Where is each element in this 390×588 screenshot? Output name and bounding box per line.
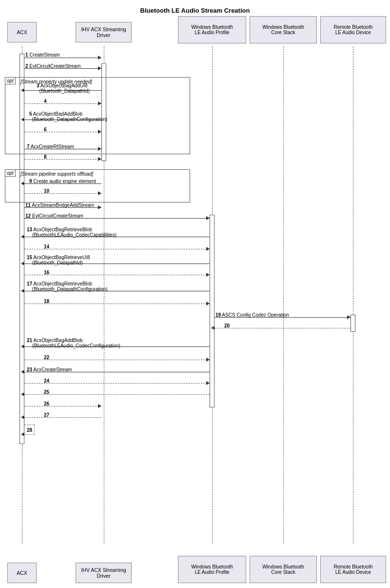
msg1-label: 1 CreateStream	[25, 52, 60, 58]
msg25-label: 25	[44, 389, 49, 395]
msg9-arrowhead	[21, 182, 24, 185]
msg22-label: 22	[44, 355, 49, 360]
msg8-line	[24, 159, 101, 160]
msg2-label: 2 EvtCircuitCreateStream	[25, 63, 80, 69]
msg14-label: 14	[44, 244, 49, 249]
activation-rbd	[351, 315, 355, 332]
msg17-arrowhead	[21, 289, 24, 293]
msg28-self-back	[24, 434, 34, 435]
msg28-self-right	[24, 425, 34, 425]
msg16-arrowhead	[206, 273, 210, 277]
footer-wba: Windows BluetoothLE Audio Profile	[178, 556, 246, 583]
msg10-line	[24, 193, 101, 194]
diagram-container: Bluetooth LE Audio Stream Creation ACX I…	[0, 0, 390, 588]
msg19-arrowhead	[347, 315, 351, 319]
msg16-line	[24, 275, 210, 275]
fragment-label-opt-2: opt	[5, 169, 16, 177]
msg2-arrowhead	[98, 66, 101, 70]
msg28-self-down	[34, 425, 35, 434]
fragment-label-opt-1: opt	[5, 77, 16, 84]
lifeline-header-acx: ACX	[7, 22, 37, 42]
msg16-label: 16	[44, 270, 49, 275]
msg23-label: 23 AcxCreateStream	[27, 367, 72, 372]
msg28-label: 28	[27, 427, 32, 433]
msg25-arrowhead	[21, 392, 24, 396]
msg3-label: 3 AcxObjectBagAddUI8 (Bluetooth_Datapath…	[37, 83, 90, 94]
footer-rbd: Remote BluetoothLE Audio Device	[320, 556, 386, 583]
msg4-line	[24, 103, 101, 104]
lifeline-header-wba: Windows BluetoothLE Audio Profile	[178, 16, 246, 43]
msg26-label: 26	[44, 401, 49, 406]
msg8-arrowhead	[98, 157, 101, 161]
msg17-label: 17 AcxObjectBagRetrieveBlob (Bluetooth_D…	[27, 281, 108, 292]
msg18-arrowhead	[206, 302, 210, 305]
fragment-guard-opt-2: [Stream pipeline supports offload]	[20, 171, 93, 177]
msg24-line	[24, 383, 210, 384]
msg1-line	[24, 58, 101, 58]
msg1-arrowhead	[98, 56, 101, 60]
msg15-arrowhead	[21, 262, 24, 265]
msg15-label: 15 AcxObjectBagRetrieveUI8 (Bluetooth_Da…	[27, 255, 90, 265]
msg3-arrowhead	[21, 88, 24, 92]
msg4-label: 4	[44, 99, 47, 104]
msg11-label: 11 AcxStreamBridgeAddStream	[25, 203, 94, 208]
msg27-line	[24, 417, 101, 418]
msg21-arrowhead	[21, 345, 24, 348]
msg26-line	[24, 406, 101, 406]
msg23-arrowhead	[21, 370, 24, 374]
msg27-arrowhead	[21, 415, 24, 419]
msg22-arrowhead	[206, 358, 210, 362]
msg12-arrowhead	[206, 216, 210, 220]
activation-wba	[210, 215, 214, 407]
msg20-label: 20	[224, 323, 230, 328]
msg7-label: 7 AcxCreateRtStream	[27, 144, 74, 149]
msg22-line	[24, 360, 210, 360]
diagram-title: Bluetooth LE Audio Stream Creation	[0, 0, 390, 18]
msg10-arrowhead	[98, 191, 101, 195]
msg10-label: 10	[44, 188, 49, 194]
msg6-line	[24, 132, 101, 132]
msg20-line	[214, 328, 351, 328]
msg18-label: 18	[44, 299, 49, 304]
msg5-label: 5 AcxObjectBadAddBlob (Bluetooth_Datapat…	[29, 111, 107, 122]
lifeline-header-ihv: IHV ACX Streaming Driver	[76, 22, 132, 42]
msg6-label: 6	[44, 127, 47, 132]
footer-wbs: Windows BluetoothCore Stack	[250, 556, 317, 583]
msg20-arrowhead	[211, 326, 214, 330]
msg8-label: 8	[44, 154, 47, 160]
msg4-arrowhead	[98, 101, 101, 105]
msg19-label: 19 ASCS Config Codec Operation	[215, 312, 289, 318]
msg6-arrowhead	[98, 130, 101, 134]
msg24-arrowhead	[206, 381, 210, 385]
msg28-arrowhead	[21, 432, 24, 436]
footer-acx: ACX	[7, 563, 37, 583]
msg26-arrowhead	[98, 404, 101, 408]
msg21-label: 21 AcxObjectBagAddBlob (BluetoothLEAudio…	[27, 338, 120, 348]
msg13-label: 13 AcxObjectBagRetrieveBlob (BluetoothLE…	[27, 227, 117, 238]
msg24-label: 24	[44, 378, 49, 384]
msg7-arrowhead	[98, 147, 101, 151]
lifeline-wbs	[283, 46, 284, 544]
msg14-line	[24, 249, 210, 249]
msg25-line	[24, 394, 210, 395]
msg27-label: 27	[44, 412, 49, 418]
footer-ihv: IHV ACX Streaming Driver	[76, 563, 132, 583]
msg12-label: 12 EvtCircuitCreateStream	[25, 213, 83, 219]
msg9-label: 9 Create audio engine element	[29, 179, 96, 184]
lifeline-rbd	[353, 46, 353, 544]
lifeline-header-rbd: Remote BluetoothLE Audio Device	[320, 16, 386, 43]
msg5-arrowhead	[21, 118, 24, 122]
msg13-arrowhead	[21, 235, 24, 239]
lifeline-header-wbs: Windows BluetoothCore Stack	[250, 16, 317, 43]
msg11-arrowhead	[98, 205, 101, 209]
msg18-line	[24, 304, 210, 304]
msg14-arrowhead	[206, 247, 210, 251]
